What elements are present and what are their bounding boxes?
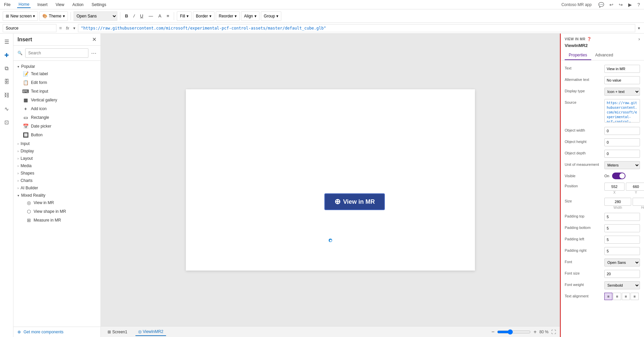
fontsize-button[interactable]: A [156,11,163,21]
zoom-in-button[interactable]: + [533,329,536,335]
mr-button-icon: ⊕ [334,197,340,206]
menu-settings[interactable]: Settings [90,2,108,8]
fill-button[interactable]: Fill▾ [177,11,191,21]
size-width-input[interactable] [604,198,631,206]
item-edit-form[interactable]: 📋 Edit form [13,78,100,87]
formula-input[interactable] [78,24,635,32]
formula-chevron[interactable]: ▾ [72,26,77,31]
prop-padding-left-input[interactable] [604,236,640,244]
section-shapes-toggle[interactable]: › Shapes [17,171,96,176]
canvas[interactable]: ⊕ View in MR [186,89,475,271]
canvas-container: ⊕ View in MR [101,34,560,326]
align-button[interactable]: ≡ [165,11,171,21]
new-screen-button[interactable]: ⊞ New screen ▾ [3,11,38,21]
prop-padding-right-input[interactable] [604,247,640,255]
chat-icon[interactable]: 💬 [597,1,605,8]
section-charts-toggle[interactable]: › Charts [17,178,96,183]
reorder-button[interactable]: Reorder▾ [216,11,240,21]
tab-viewinmr2[interactable]: ◎ ViewInMR2 [135,328,166,336]
insert-panel-close[interactable]: ✕ [92,36,96,43]
item-vertical-gallery[interactable]: ▦ Vertical gallery [13,96,100,104]
search-input[interactable] [25,48,88,58]
section-layout-toggle[interactable]: › Layout [17,156,96,161]
underline-button[interactable]: U [138,11,145,21]
item-rectangle[interactable]: ▭ Rectangle [13,113,100,122]
insert-icon[interactable]: ✚ [1,50,12,60]
theme-button[interactable]: 🎨 Theme ▾ [39,11,68,21]
tab-properties[interactable]: Properties [565,51,591,60]
align-right-button[interactable]: ≡ [622,293,630,300]
size-height-input[interactable] [633,198,644,206]
prop-padding-bottom-input[interactable] [604,224,640,232]
formula-name-box[interactable] [3,24,56,32]
menu-action[interactable]: Action [71,2,85,8]
section-ai-toggle[interactable]: › AI Builder [17,186,96,190]
variables-icon[interactable]: ∿ [1,103,12,114]
components-icon[interactable]: ⊡ [1,117,12,128]
pos-y-input[interactable] [626,183,644,191]
prop-alt-text-input[interactable] [604,76,640,84]
item-add-icon[interactable]: + Add icon [13,104,100,113]
prop-source-textarea[interactable]: https://raw.githubusercontent.com/micros… [604,99,640,123]
menu-home[interactable]: Home [17,1,31,8]
section-input-toggle[interactable]: › Input [17,141,96,146]
item-date-picker[interactable]: 📅 Date picker [13,122,100,131]
zoom-slider[interactable] [497,329,531,335]
data-icon[interactable]: 🗄 [1,77,12,87]
item-text-label[interactable]: 📝 Text label [13,69,100,78]
bold-button[interactable]: B [123,11,130,21]
more-options-icon[interactable]: ⋯ [91,50,96,56]
prop-obj-height-input[interactable] [604,138,640,146]
prop-padding-bottom: Padding bottom [561,223,644,234]
align-justify-button[interactable]: ≡ [631,293,639,300]
tab-screen1[interactable]: ⊞ Screen1 [105,328,130,336]
height-label: Height [633,206,644,209]
mr-button[interactable]: ⊕ View in MR [324,193,385,210]
prop-obj-width-input[interactable] [604,127,640,135]
align-center-button[interactable]: ≡ [613,293,621,300]
prop-unit-select[interactable]: Meters Centimeters Inches [604,161,640,169]
border-button[interactable]: Border▾ [193,11,214,21]
prop-text-input[interactable] [604,65,640,73]
group-button[interactable]: Group▾ [261,11,281,21]
hamburger-icon[interactable]: ☰ [1,36,12,47]
undo-icon[interactable]: ↩ [608,1,615,8]
redo-icon[interactable]: ↪ [617,1,624,8]
strikethrough-button[interactable]: — [147,11,155,21]
tab-advanced[interactable]: Advanced [591,51,617,60]
align-btn[interactable]: Align▾ [241,11,259,21]
prop-display-type-select[interactable]: Icon + text Icon only Text only [604,88,640,96]
item-button[interactable]: 🔲 Button [13,131,100,139]
get-more-components[interactable]: ⊕ Get more components [13,327,100,337]
item-view-in-mr[interactable]: ◎ View in MR [13,198,100,207]
prop-font-select[interactable]: Open Sans [604,258,640,267]
align-left-button[interactable]: ≡ [604,293,612,300]
section-display-toggle[interactable]: › Display [17,149,96,153]
help-icon[interactable]: ? [636,1,641,8]
item-view-shape-in-mr[interactable]: ⬡ View shape in MR [13,207,100,216]
font-select[interactable]: Open Sans [74,11,117,21]
section-media-toggle[interactable]: › Media [17,163,96,168]
menu-view[interactable]: View [54,2,66,8]
prop-font-weight-select[interactable]: Semibold Normal Bold [604,281,640,289]
prop-font-size-input[interactable] [604,270,640,278]
formula-expand-icon[interactable]: ▾ [637,26,641,31]
prop-obj-depth-input[interactable] [604,150,640,158]
prop-padding-top-input[interactable] [604,213,640,221]
italic-button[interactable]: / [131,11,137,21]
section-mr-toggle[interactable]: ▾ Mixed Reality [17,193,96,198]
connections-icon[interactable]: ⛓ [1,90,12,101]
pos-x-input[interactable] [604,183,625,191]
menu-insert[interactable]: Insert [36,2,49,8]
fullscreen-button[interactable]: ⛶ [551,329,556,335]
play-icon[interactable]: ▶ [627,1,633,8]
zoom-out-button[interactable]: − [491,329,494,335]
help-circle-icon[interactable]: ❓ [587,37,592,41]
item-measure-in-mr[interactable]: ⊞ Measure in MR [13,216,100,225]
section-popular-toggle[interactable]: ▾ Popular [17,64,96,69]
menu-file[interactable]: File [3,2,12,8]
right-panel-close-button[interactable]: › [638,36,640,42]
layers-icon[interactable]: ⧉ [1,63,12,74]
visible-toggle-switch[interactable] [612,173,626,179]
item-text-input[interactable]: ⌨ Text input [13,87,100,96]
